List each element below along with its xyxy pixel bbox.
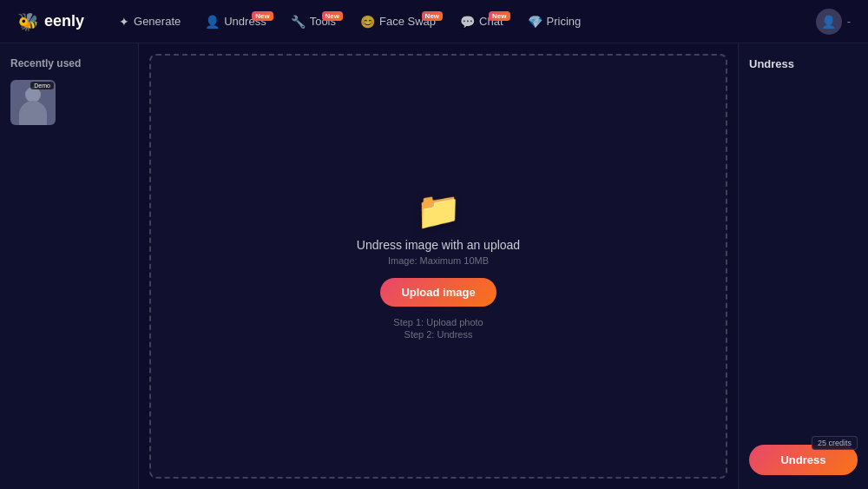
undress-badge: New (252, 11, 273, 21)
upload-button[interactable]: Upload image (380, 278, 496, 307)
upload-subtitle: Image: Maximum 10MB (388, 255, 489, 266)
logo-text: eenly (44, 12, 84, 30)
upload-steps: Step 1: Upload photo Step 2: Undress (393, 317, 483, 340)
nav-item-faceswap[interactable]: 😊 Face Swap New (350, 10, 446, 34)
chat-icon: 💬 (460, 15, 475, 29)
right-panel-title: Undress (749, 57, 858, 70)
upload-step-2: Step 2: Undress (404, 329, 473, 340)
undress-icon: 👤 (205, 15, 220, 29)
right-panel: Undress 25 credits Undress (738, 43, 868, 489)
credits-badge: 25 credits (812, 436, 858, 450)
nav-avatar[interactable]: 👤 - (816, 9, 851, 35)
nav-item-chat[interactable]: 💬 Chat New (450, 10, 513, 34)
faceswap-icon: 😊 (360, 15, 375, 29)
nav-item-tools[interactable]: 🔧 Tools New (280, 10, 346, 34)
main-layout: Recently used Demo 📁 Undress image with … (0, 43, 868, 489)
avatar-dash: - (847, 15, 851, 28)
avatar: 👤 (816, 9, 842, 35)
faceswap-badge: New (422, 11, 443, 21)
generate-icon: ✦ (119, 15, 129, 29)
undress-btn-container: 25 credits Undress (749, 445, 858, 475)
nav-item-generate-label: Generate (134, 15, 181, 28)
pricing-icon: 💎 (528, 15, 542, 29)
center-area: 📁 Undress image with an upload Image: Ma… (139, 43, 738, 489)
right-panel-content (749, 81, 858, 445)
nav-item-undress[interactable]: 👤 Undress New (194, 10, 276, 34)
navbar: 🐝 eenly ✦ Generate 👤 Undress New 🔧 Tools… (0, 0, 868, 43)
upload-step-1: Step 1: Upload photo (393, 317, 483, 327)
nav-item-generate[interactable]: ✦ Generate (108, 10, 191, 34)
tools-icon: 🔧 (291, 15, 306, 29)
tools-badge: New (322, 11, 343, 21)
folder-icon: 📁 (416, 193, 461, 229)
sidebar-title: Recently used (10, 57, 128, 69)
nav-items: ✦ Generate 👤 Undress New 🔧 Tools New 😊 F… (108, 10, 809, 34)
nav-item-pricing-label: Pricing (547, 15, 582, 28)
recent-item-badge: Demo (30, 82, 54, 89)
upload-zone[interactable]: 📁 Undress image with an upload Image: Ma… (149, 54, 727, 479)
chat-badge: New (489, 11, 510, 21)
logo-icon: 🐝 (17, 11, 39, 32)
upload-title: Undress image with an upload (357, 238, 520, 252)
nav-item-pricing[interactable]: 💎 Pricing (517, 10, 592, 34)
recent-item[interactable]: Demo (10, 80, 56, 125)
logo[interactable]: 🐝 eenly (17, 11, 84, 32)
left-sidebar: Recently used Demo (0, 43, 139, 489)
